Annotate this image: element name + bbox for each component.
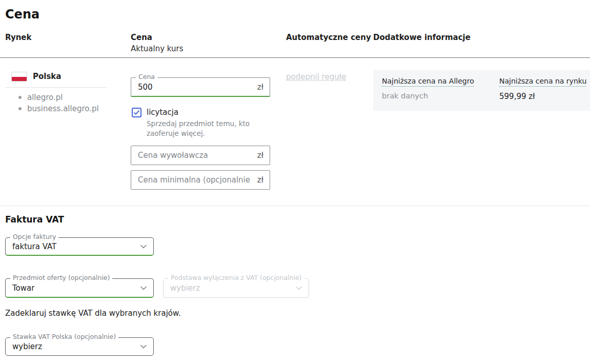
offer-subject-value: Towar [12, 284, 34, 293]
checkbox-checked-icon [133, 109, 140, 116]
starting-price-input[interactable] [131, 146, 270, 165]
domain-list: allegro.pl business.allegro.pl [18, 92, 99, 114]
poland-flag-icon [11, 72, 27, 82]
vat-rate-poland-value: wybierz [12, 342, 42, 351]
starting-price-currency-suffix: zł [257, 151, 263, 160]
price-field: Cena zł [131, 77, 270, 97]
vat-exclusion-label: Podstawa wyłączenia z VAT (opcjonalnie) [168, 274, 304, 281]
vat-rate-poland-label: Stawka VAT Polska (opcjonalnie) [10, 333, 118, 340]
offer-subject-label: Przedmiot oferty (opcjonalnie) [10, 274, 112, 281]
chevron-down-icon [139, 342, 148, 351]
minimal-price-currency-suffix: zł [257, 175, 263, 185]
column-header-price: Cena [131, 33, 152, 42]
lowest-price-allegro-value: brak danych [382, 92, 428, 100]
invoice-options-select[interactable]: Opcje faktury faktura VAT [5, 237, 154, 256]
vat-section-title: Faktura VAT [5, 214, 64, 225]
vat-exclusion-value: wybierz [170, 284, 200, 293]
column-header-auto-pricing: Automatyczne ceny [286, 33, 371, 42]
price-page: Cena Rynek Cena Aktualny kurs Automatycz… [0, 0, 590, 364]
header-divider [0, 57, 590, 58]
chevron-down-icon [139, 284, 148, 292]
auction-checkbox-label[interactable]: licytacja [147, 108, 178, 117]
chevron-down-icon [295, 284, 303, 292]
column-header-additional-info: Dodatkowe informacje [373, 33, 471, 42]
lowest-price-market-value: 599,99 zł [499, 92, 535, 101]
list-item-domain: allegro.pl [18, 92, 99, 103]
minimal-price-field: zł [131, 170, 270, 190]
price-currency-suffix: zł [257, 83, 263, 92]
vat-exclusion-select: Podstawa wyłączenia z VAT (opcjonalnie) … [163, 278, 309, 298]
offer-subject-select[interactable]: Przedmiot oferty (opcjonalnie) Towar [5, 278, 154, 298]
minimal-price-input[interactable] [131, 171, 270, 189]
list-item-domain: business.allegro.pl [18, 103, 99, 114]
column-subheader-current-rate: Aktualny kurs [131, 44, 184, 53]
auction-description: Sprzedaj przedmiot temu, kto zaoferuje w… [147, 119, 263, 138]
lowest-price-allegro-label[interactable]: Najniższa cena na Allegro [382, 77, 474, 87]
auction-checkbox[interactable] [132, 108, 141, 117]
section-divider [0, 206, 590, 206]
chevron-down-icon [139, 242, 148, 251]
column-header-market: Rynek [5, 33, 31, 42]
vat-rate-poland-select[interactable]: Stawka VAT Polska (opcjonalnie) wybierz [5, 337, 154, 356]
invoice-options-label: Opcje faktury [10, 233, 58, 240]
price-input[interactable] [131, 78, 270, 96]
lowest-price-market-label[interactable]: Najniższa cena na rynku [499, 77, 586, 87]
market-name: Polska [33, 72, 61, 81]
market-divider [5, 87, 107, 88]
additional-info-panel: Najniższa cena na Allegro brak danych Na… [373, 70, 590, 111]
price-field-label: Cena [136, 73, 157, 80]
vat-note: Zadeklaruj stawkę VAT dla wybranych kraj… [5, 309, 181, 318]
invoice-options-value: faktura VAT [12, 242, 56, 251]
starting-price-field: zł [131, 146, 270, 165]
page-title: Cena [5, 7, 39, 22]
attach-rule-link[interactable]: podepnij regułę [286, 72, 346, 82]
